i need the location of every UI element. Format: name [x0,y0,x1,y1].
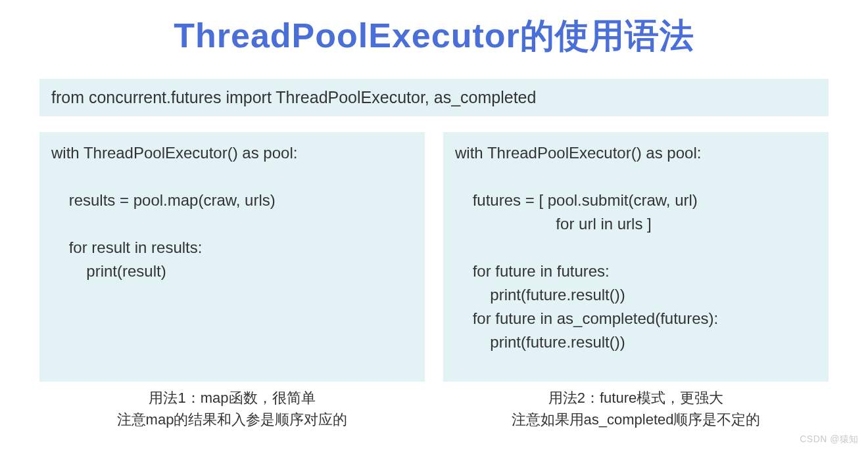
import-statement-box: from concurrent.futures import ThreadPoo… [39,79,829,116]
code-line [455,165,817,189]
caption-row: 用法1：map函数，很简单 注意map的结果和入参是顺序对应的 用法2：futu… [39,387,829,430]
code-line: for url in urls ] [455,212,817,236]
caption-right-line1: 用法2：future模式，更强大 [443,387,829,409]
caption-right-line2: 注意如果用as_completed顺序是不定的 [443,409,829,430]
code-line [51,212,413,236]
code-line [51,165,413,189]
caption-left-line2: 注意map的结果和入参是顺序对应的 [39,409,425,430]
code-line: with ThreadPoolExecutor() as pool: [455,141,817,165]
code-columns: with ThreadPoolExecutor() as pool: resul… [39,132,829,382]
watermark-text: CSDN @猿知 [800,434,859,445]
code-box-left: with ThreadPoolExecutor() as pool: resul… [39,132,425,382]
code-line [455,236,817,260]
code-line: print(future.result()) [455,283,817,307]
page-title: ThreadPoolExecutor的使用语法 [39,13,829,59]
code-line: for future in futures: [455,260,817,283]
code-line: futures = [ pool.submit(craw, url) [455,189,817,212]
code-line: for future in as_completed(futures): [455,307,817,330]
import-statement-text: from concurrent.futures import ThreadPoo… [51,88,536,106]
caption-right: 用法2：future模式，更强大 注意如果用as_completed顺序是不定的 [443,387,829,430]
code-line: for result in results: [51,236,413,260]
code-box-right: with ThreadPoolExecutor() as pool: futur… [443,132,829,382]
code-line: with ThreadPoolExecutor() as pool: [51,141,413,165]
caption-left-line1: 用法1：map函数，很简单 [39,387,425,409]
caption-left: 用法1：map函数，很简单 注意map的结果和入参是顺序对应的 [39,387,425,430]
code-line: print(future.result()) [455,330,817,354]
code-line: print(result) [51,260,413,283]
document-container: ThreadPoolExecutor的使用语法 from concurrent.… [0,0,868,430]
code-line: results = pool.map(craw, urls) [51,189,413,212]
